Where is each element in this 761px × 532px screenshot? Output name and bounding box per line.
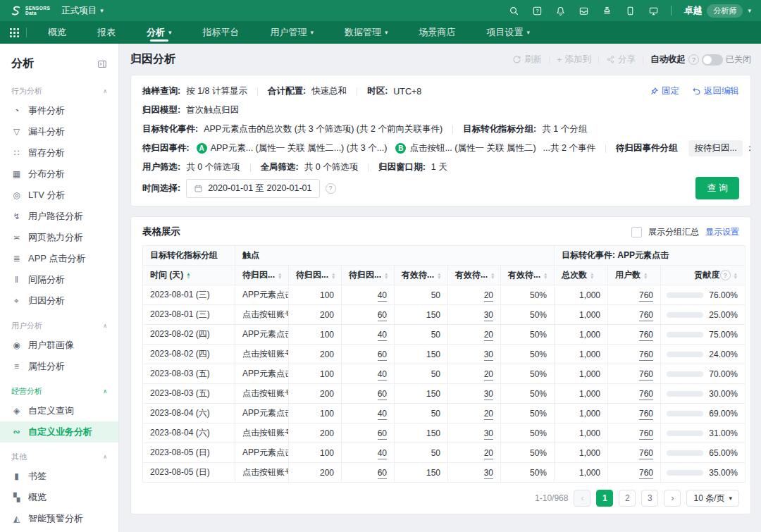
sidebar-item-bookmark[interactable]: ▮书签 [0, 466, 118, 487]
sort-icon[interactable]: ▲▼ [384, 272, 388, 279]
drill-link[interactable]: 20 [484, 448, 493, 459]
drill-link[interactable]: 760 [639, 448, 653, 459]
drill-link[interactable]: 20 [484, 369, 493, 381]
page-button[interactable]: 1 [596, 490, 613, 507]
refresh-button[interactable]: 刷新 [512, 54, 542, 66]
page-size-select[interactable]: 10 条/页▾ [686, 490, 739, 507]
sidebar-item-overview[interactable]: ▚概览 [0, 487, 118, 508]
nav-item-scene-store[interactable]: 场景商店 [404, 21, 471, 44]
drill-link[interactable]: 40 [378, 409, 387, 420]
page-button[interactable]: 2 [619, 490, 636, 507]
approval-icon[interactable] [601, 5, 612, 16]
apps-grid-icon[interactable] [10, 28, 19, 37]
drill-link[interactable]: 40 [378, 448, 387, 459]
sidebar-item-interval-analysis[interactable]: ‖间隔分析 [0, 269, 118, 290]
sidebar-item-event-analysis[interactable]: ◔事件分析 [0, 100, 118, 121]
drill-link[interactable]: 760 [639, 310, 653, 321]
sort-icon[interactable]: ▲▼ [590, 272, 594, 279]
date-range-input[interactable]: 2020-01-01 至 2020-01-01 [186, 179, 319, 198]
group-summary-checkbox[interactable] [631, 227, 642, 237]
nav-item-data-management[interactable]: 数据管理▾ [329, 21, 404, 44]
drill-link[interactable]: 30 [484, 428, 493, 440]
nav-item-user-management[interactable]: 用户管理▾ [255, 21, 330, 44]
display-settings-link[interactable]: 显示设置 [705, 226, 739, 238]
project-switcher[interactable]: 正式项目 ▾ [61, 5, 104, 17]
drill-link[interactable]: 40 [378, 369, 387, 381]
drill-link[interactable]: 20 [484, 409, 493, 420]
inbox-icon[interactable] [578, 5, 589, 16]
pin-action[interactable]: 固定 [650, 85, 679, 97]
drill-link[interactable]: 760 [639, 409, 653, 420]
search-icon[interactable] [508, 5, 519, 16]
sidebar-item-user-path-analysis[interactable]: ↯用户路径分析 [0, 206, 118, 227]
nav-item-reports[interactable]: 报表 [82, 21, 131, 44]
drill-link[interactable]: 20 [484, 290, 493, 302]
sort-icon[interactable]: ▲▼ [490, 272, 495, 279]
column-header[interactable]: 待归因...▲▼ [289, 266, 342, 285]
column-header[interactable]: 有效待...▲▼ [448, 266, 501, 285]
drill-link[interactable]: 30 [484, 349, 493, 361]
drill-link[interactable]: 30 [484, 310, 493, 321]
chevron-right-icon[interactable]: › [664, 490, 681, 507]
drill-link[interactable]: 40 [378, 330, 387, 341]
column-header[interactable]: 待归因...▲▼ [235, 266, 289, 285]
sensors-logo[interactable]: SENSORSData [10, 5, 50, 17]
drill-link[interactable]: 760 [639, 468, 653, 479]
chevron-up-icon[interactable]: ∧ [103, 454, 107, 460]
sidebar-item-smart-alert[interactable]: ◭智能预警分析 [0, 508, 118, 529]
sidebar-item-distribution-analysis[interactable]: ▦分布分析 [0, 163, 118, 185]
mobile-icon[interactable] [624, 5, 636, 16]
sidebar-item-attribution-analysis[interactable]: ⌖归因分析 [0, 290, 118, 311]
drill-link[interactable]: 760 [639, 369, 653, 381]
sidebar-item-attribute-analysis[interactable]: ≡属性分析 [0, 356, 118, 377]
help-circle-icon[interactable]: ? [720, 270, 731, 280]
drill-link[interactable]: 760 [639, 290, 653, 302]
sort-icon[interactable]: ▲▼ [543, 272, 547, 279]
monitor-icon[interactable] [648, 5, 659, 16]
chevron-up-icon[interactable]: ∧ [103, 88, 107, 94]
query-button[interactable]: 查 询 [695, 177, 739, 199]
drill-link[interactable]: 760 [639, 389, 653, 400]
sidebar-item-ltv-analysis[interactable]: ◎LTV 分析 [0, 185, 118, 206]
notification-icon[interactable] [555, 5, 566, 16]
column-header[interactable]: 有效待...▲▼ [501, 266, 555, 285]
undo-action[interactable]: 返回编辑 [692, 85, 739, 97]
sidebar-item-retention-analysis[interactable]: ∷留存分析 [0, 142, 118, 163]
drill-link[interactable]: 60 [378, 428, 387, 440]
chevron-up-icon[interactable]: ∧ [103, 388, 107, 395]
help-circle-icon[interactable]: ? [688, 54, 699, 65]
column-header[interactable]: 总次数▲▼ [555, 266, 608, 285]
column-header[interactable]: 有效待...▲▼ [395, 266, 448, 285]
nav-item-project-settings[interactable]: 项目设置▾ [471, 21, 546, 44]
nav-item-metrics-platform[interactable]: 指标平台 [187, 21, 255, 44]
drill-link[interactable]: 760 [639, 330, 653, 341]
collapse-sidebar-icon[interactable] [97, 59, 107, 69]
sort-icon[interactable]: ▲▼ [437, 272, 441, 279]
drill-link[interactable]: 40 [378, 290, 387, 302]
drill-link[interactable]: 60 [378, 349, 387, 361]
sidebar-item-web-heatmap-analysis[interactable]: ≍网页热力分析 [0, 227, 118, 248]
sidebar-item-funnel-analysis[interactable]: ▽漏斗分析 [0, 121, 118, 142]
sidebar-item-custom-business[interactable]: ∾自定义业务分析 [0, 421, 118, 443]
sidebar-item-custom-query[interactable]: ◈自定义查询 [0, 400, 118, 421]
drill-link[interactable]: 30 [484, 468, 493, 479]
column-header[interactable]: 贡献度?▲▼ [661, 266, 745, 285]
sort-icon[interactable]: ▲▼ [734, 272, 738, 279]
drill-link[interactable]: 60 [378, 468, 387, 479]
nav-item-overview[interactable]: 概览 [32, 21, 82, 44]
sidebar-item-user-cohort[interactable]: ◉用户群画像 [0, 335, 118, 356]
sidebar-item-app-click-analysis[interactable]: ≣APP 点击分析 [0, 248, 118, 269]
help-icon[interactable]: ? [531, 5, 543, 16]
chevron-left-icon[interactable]: ‹ [574, 490, 590, 507]
sort-icon[interactable]: ▲▼ [278, 272, 282, 279]
sort-icon[interactable]: ▲▼ [643, 272, 648, 279]
auto-collapse-toggle[interactable] [702, 54, 723, 66]
group-by-tag[interactable]: 按待归因... [688, 140, 742, 156]
user-menu[interactable]: 卓越 分析师 ▾ [683, 4, 751, 18]
drill-link[interactable]: 60 [378, 389, 387, 400]
drill-link[interactable]: 30 [484, 389, 493, 400]
drill-link[interactable]: 760 [639, 349, 653, 361]
column-header[interactable]: 待归因...▲▼ [342, 266, 395, 285]
help-circle-icon[interactable]: ? [326, 183, 336, 194]
chevron-up-icon[interactable]: ∧ [103, 323, 107, 329]
